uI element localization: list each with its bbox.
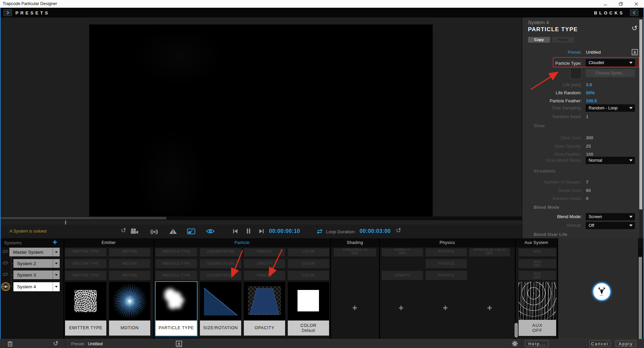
reset-panel-icon[interactable]: ↺ xyxy=(632,25,638,31)
add-shading-block-button[interactable]: + xyxy=(352,303,357,313)
current-timecode[interactable]: 00:00:00:10 xyxy=(269,228,300,234)
system-dropdown-button[interactable] xyxy=(53,270,60,279)
scrollbar-thumb[interactable] xyxy=(639,19,642,209)
reset-loop-icon[interactable]: ↺ xyxy=(396,227,401,234)
add-gravity-block-button[interactable]: + xyxy=(398,303,404,313)
preview-eye-icon[interactable] xyxy=(206,229,215,235)
num-streaks-value[interactable]: 7 xyxy=(586,180,588,185)
eye-hidden-icon[interactable] xyxy=(2,272,8,278)
block-particle-type[interactable]: PARTICLE TYPE xyxy=(156,248,197,256)
save-preset-icon[interactable] xyxy=(176,341,182,348)
grid-scrollbar-thumb[interactable] xyxy=(515,323,518,338)
camera-icon[interactable] xyxy=(130,228,139,236)
glow-feather-value[interactable]: 100 xyxy=(586,152,593,157)
pause-button[interactable] xyxy=(247,229,251,235)
card-color[interactable]: COLORDefault xyxy=(288,282,329,336)
system-dropdown-button[interactable] xyxy=(53,259,60,268)
block-particle-type[interactable]: PARTICLE TYPE xyxy=(156,259,197,268)
inspector-scrollbar[interactable] xyxy=(639,17,642,238)
eye-hidden-icon[interactable] xyxy=(2,249,8,255)
block-opacity[interactable]: OPACITY xyxy=(244,248,285,256)
pip-view-icon[interactable] xyxy=(187,229,195,236)
block-aux[interactable]: AUX OFF xyxy=(519,271,556,280)
motion-blur-icon[interactable]: ((●)) xyxy=(150,229,158,234)
system-dropdown-button[interactable] xyxy=(53,282,60,291)
block-physics[interactable]: PHYSICS xyxy=(426,259,467,268)
choose-sprite-button[interactable]: Choose Sprite... xyxy=(586,69,635,77)
particle-feather-value[interactable]: 100.0 xyxy=(586,98,597,103)
scrollbar-thumb[interactable] xyxy=(639,257,642,339)
time-sampling-dropdown[interactable]: Random - Loop xyxy=(586,104,635,112)
card-emitter-type[interactable]: EMITTER TYPE xyxy=(65,282,106,336)
system-row-master[interactable]: Master System xyxy=(9,248,60,256)
card-size-rotation[interactable]: SIZE/ROTATION xyxy=(200,282,241,336)
restore-button[interactable] xyxy=(615,0,627,8)
block-physics[interactable]: PHYSICS xyxy=(426,271,467,280)
trash-icon[interactable] xyxy=(7,341,13,348)
card-aux[interactable]: AUX OFF xyxy=(519,282,556,336)
block-emitter-type[interactable]: EMITTER TYPE xyxy=(65,248,106,256)
block-size-rotation[interactable]: SIZE/ROTATION xyxy=(200,271,241,280)
minimize-button[interactable] xyxy=(600,0,611,8)
loop-icon[interactable] xyxy=(316,229,323,235)
paste-button[interactable]: Paste xyxy=(552,37,574,43)
block-emitter-type[interactable]: EMITTER TYPE xyxy=(65,271,106,280)
block-motion[interactable]: MOTION xyxy=(109,259,150,268)
help-button[interactable]: Help... xyxy=(525,340,549,347)
axis-grid-icon[interactable] xyxy=(169,228,177,236)
eye-hidden-icon[interactable] xyxy=(2,260,8,266)
block-size-rotation[interactable]: SIZE/ROTATION xyxy=(200,248,241,256)
block-spherical-field[interactable]: SPHERICAL FIELD OFF xyxy=(469,248,510,256)
eye-solo-icon[interactable] xyxy=(1,282,10,293)
playhead[interactable] xyxy=(65,220,66,225)
block-color[interactable]: COLOR xyxy=(288,259,329,268)
presets-expand-button[interactable] xyxy=(3,9,12,16)
glow-blend-dropdown[interactable]: Normal xyxy=(586,157,635,164)
block-opacity[interactable]: OPACITY xyxy=(244,271,285,280)
block-gravity[interactable]: GRAVITY xyxy=(382,271,423,280)
system-row-4-active[interactable]: System 4 xyxy=(13,282,60,291)
glow-opacity-value[interactable]: 25 xyxy=(586,144,591,149)
random-seed-value[interactable]: 1 xyxy=(586,114,588,119)
block-particle-type[interactable]: PARTICLE TYPE xyxy=(156,271,197,280)
cancel-button[interactable]: Cancel xyxy=(589,340,610,347)
streak-size-value[interactable]: 60 xyxy=(586,188,591,193)
apply-button[interactable]: Apply xyxy=(615,340,636,347)
blend-mode-dropdown[interactable]: Screen xyxy=(586,213,635,220)
life-value[interactable]: 3.0 xyxy=(586,82,592,87)
block-motion[interactable]: MOTION xyxy=(109,271,150,280)
render-viewport[interactable] xyxy=(89,24,433,216)
block-emitter-type[interactable]: EMITTER TYPE xyxy=(65,259,106,268)
save-preset-icon[interactable] xyxy=(632,49,638,56)
block-shadowlets[interactable]: SHADOWLETS OFF xyxy=(334,248,376,256)
skip-end-button[interactable] xyxy=(259,229,264,235)
copy-button[interactable]: Copy xyxy=(528,37,550,43)
card-opacity[interactable]: OPACITY xyxy=(244,282,285,336)
blocks-collapse-button[interactable] xyxy=(630,9,639,16)
block-physics[interactable]: PHYSICS xyxy=(426,248,467,256)
block-opacity[interactable]: OPACITY xyxy=(244,259,285,268)
scrollbar-thumb[interactable] xyxy=(1,217,166,219)
add-physics-block-button[interactable]: + xyxy=(443,303,448,313)
bottom-preset-value[interactable]: Untitled xyxy=(88,341,103,346)
sprite-preview-box[interactable] xyxy=(570,68,582,79)
timeline-strip[interactable] xyxy=(1,220,522,225)
block-color[interactable]: COLOR xyxy=(288,248,329,256)
add-system-button[interactable]: + xyxy=(53,238,57,247)
block-motion[interactable]: MOTION xyxy=(109,248,150,256)
reset-preset-icon[interactable]: ↺ xyxy=(53,340,58,347)
card-particle-type-selected[interactable]: PARTICLE TYPE xyxy=(155,281,198,336)
block-color[interactable]: COLOR xyxy=(288,271,329,280)
streak-seed-value[interactable]: 0 xyxy=(586,196,588,201)
glow-size-value[interactable]: 300 xyxy=(586,135,593,140)
right-scrollbar[interactable] xyxy=(639,248,642,339)
unmult-dropdown[interactable]: Off xyxy=(586,222,635,229)
block-size-rotation[interactable]: SIZE/ROTATION xyxy=(200,259,241,268)
system-row-3[interactable]: System 3 xyxy=(13,270,60,279)
skip-start-button[interactable] xyxy=(233,229,238,235)
gear-icon[interactable] xyxy=(512,341,518,348)
card-motion[interactable]: MOTION xyxy=(109,282,150,336)
system-row-2[interactable]: System 2 xyxy=(13,259,60,268)
add-field-block-button[interactable]: + xyxy=(487,303,492,313)
reset-view-icon[interactable]: ↺ xyxy=(121,227,126,234)
